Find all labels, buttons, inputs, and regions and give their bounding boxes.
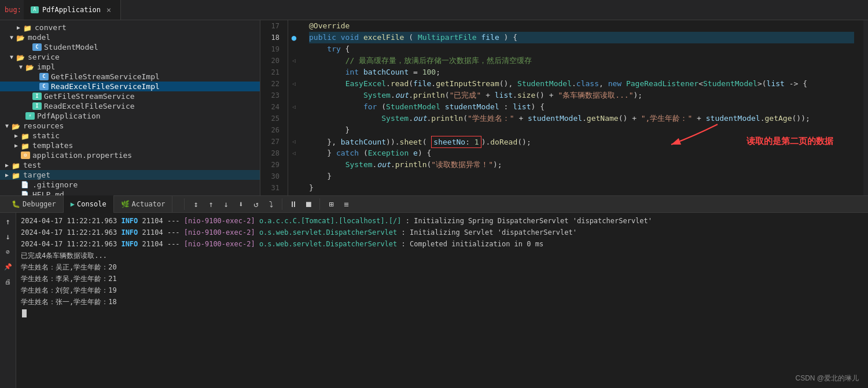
sidebar-item-helpmd[interactable]: 📄 HELP.md	[0, 190, 260, 195]
sidebar-item-getfilestreamimpl[interactable]: C GetFileStreamServiceImpl	[0, 72, 260, 82]
sidebar-item-readexcelimpl[interactable]: C ReadExcelFileServiceImpl	[0, 82, 260, 91]
editor-tab-bar: bug: A PdfApplication ×	[0, 0, 868, 20]
debug-down[interactable]: ↓	[219, 198, 232, 210]
console-panel: ↑ ↓ ⊘ 📌 🖨 2024-04-17 11:22:21.963 INFO 2…	[0, 213, 868, 388]
sidebar-label-static: static	[32, 131, 60, 140]
console-filter[interactable]: 🖨	[2, 275, 14, 288]
sidebar-item-service[interactable]: ▼ service	[0, 52, 260, 62]
line-num-29: 29	[260, 159, 283, 171]
code-line-22: EasyExcel.read(file.getInputStream(), St…	[309, 78, 854, 90]
divider-2	[282, 198, 282, 210]
bp-28: ◁	[288, 147, 300, 159]
console-content: 2024-04-17 11:22:21.963 INFO 21104 --- […	[16, 213, 868, 388]
sidebar-item-gitignore[interactable]: 📄 .gitignore	[0, 180, 260, 190]
debug-step-into[interactable]: ⬇	[234, 198, 247, 210]
arrow-model: ▼	[7, 34, 16, 40]
sidebar-item-getfilestreamservice[interactable]: I GetFileStreamService	[0, 91, 260, 101]
folder-icon-templates	[21, 142, 30, 149]
arrow-templates: ▶	[12, 142, 21, 149]
editor-tab-pdfapplication[interactable]: A PdfApplication ×	[24, 0, 121, 20]
sidebar-item-static[interactable]: ▶ static	[0, 131, 260, 141]
code-line-31: }	[309, 182, 854, 194]
code-area: 17 18 19 20 21 22 23 24 25 26 27 28 29 3…	[260, 20, 868, 195]
sidebar-label-readexcelservice: ReadExcelFileService	[44, 102, 135, 110]
code-line-18: public void excelFile ( MultipartFile fi…	[309, 32, 854, 43]
debug-pause[interactable]: ⏸	[287, 198, 300, 210]
sidebar-item-target[interactable]: ▶ target	[0, 170, 260, 180]
code-line-17: @Override	[309, 20, 854, 32]
sidebar-item-test[interactable]: ▶ test	[0, 160, 260, 170]
divider-3	[319, 198, 320, 210]
debug-up[interactable]: ↑	[204, 198, 217, 210]
console-left-toolbar: ↑ ↓ ⊘ 📌 🖨	[0, 213, 16, 388]
class-icon-studentmodel: C	[32, 43, 42, 51]
debug-step-out[interactable]: ↺	[249, 198, 262, 210]
sidebar-item-studentmodel[interactable]: C StudentModel	[0, 42, 260, 52]
line-num-18: 18	[260, 32, 283, 43]
debug-stop[interactable]: ⏹	[302, 198, 315, 210]
console-output-4: 学生姓名：张一,学生年龄：18	[21, 296, 863, 308]
sidebar-item-templates[interactable]: ▶ templates	[0, 141, 260, 150]
console-log-3: 2024-04-17 11:22:21.963 INFO 21104 --- […	[21, 238, 863, 250]
interface-icon-readexcel: I	[32, 102, 42, 110]
tab-console[interactable]: ▶ Console	[64, 195, 114, 213]
actuator-label: Actuator	[132, 200, 165, 208]
bottom-tab-bar: 🐛 Debugger ▶ Console 🌿 Actuator ↕ ↑ ↓ ⬇ …	[0, 195, 868, 213]
debug-skip[interactable]: ⤵	[264, 198, 277, 210]
bp-29	[288, 159, 300, 171]
tab-actuator[interactable]: 🌿 Actuator	[114, 195, 173, 213]
code-line-24: for (StudentModel studentModel : list) {	[309, 101, 854, 113]
arrow-impl: ▼	[16, 64, 25, 70]
bp-22: ◁	[288, 78, 300, 90]
code-line-20: // 最高缓存量，放满后存储一次数据库，然后清空缓存	[309, 55, 854, 66]
bp-30	[288, 171, 300, 182]
console-icon: ▶	[71, 200, 75, 208]
bp-19	[288, 43, 300, 55]
console-pin[interactable]: 📌	[2, 260, 14, 273]
sidebar-label-resources: resources	[23, 121, 64, 130]
tab-close-button[interactable]: ×	[104, 5, 113, 14]
code-scrollbar[interactable]	[863, 20, 868, 195]
console-scroll-up[interactable]: ↑	[2, 215, 14, 228]
console-output-2: 学生姓名：李呆,学生年龄：21	[21, 273, 863, 284]
debug-icons: ↕ ↑ ↓ ⬇ ↺ ⤵ ⏸ ⏹ ⊞ ≡	[177, 198, 357, 210]
sidebar-item-resources[interactable]: ▼ resources	[0, 121, 260, 131]
console-clear[interactable]: ⊘	[2, 245, 14, 258]
line-num-31: 31	[260, 182, 283, 194]
code-line-25: System.out.println("学生姓名：" + studentMode…	[309, 113, 854, 124]
sidebar-item-pdfapplication[interactable]: ⚡ PdfApplication	[0, 111, 260, 121]
console-cursor-line	[21, 308, 863, 319]
sidebar-label-readexcelimpl: ReadExcelFileServiceImpl	[51, 82, 160, 91]
bp-27: ◁	[288, 136, 300, 147]
tab-debugger[interactable]: 🐛 Debugger	[5, 195, 64, 213]
code-lines: @Override public void excelFile ( Multip…	[300, 20, 863, 195]
arrow-service: ▼	[7, 54, 16, 60]
sidebar-item-impl[interactable]: ▼ impl	[0, 62, 260, 72]
debugger-icon: 🐛	[12, 200, 20, 208]
sidebar-item-convert[interactable]: ▶ convert	[0, 23, 260, 32]
bp-21	[288, 66, 300, 78]
sidebar-item-appprops[interactable]: ⚙ application.properties	[0, 150, 260, 160]
line-num-26: 26	[260, 124, 283, 136]
line-num-23: 23	[260, 90, 283, 101]
main-area: ▶ convert ▼ model C StudentModel ▼ servi…	[0, 20, 868, 195]
line-num-19: 19	[260, 43, 283, 55]
bp-32	[288, 194, 300, 195]
props-icon-application: ⚙	[21, 151, 30, 159]
folder-icon-static	[21, 132, 30, 139]
line-num-20: 20	[260, 55, 283, 66]
class-icon-getfilestream: C	[39, 73, 49, 80]
sidebar-item-model[interactable]: ▼ model	[0, 32, 260, 42]
debug-settings[interactable]: ≡	[340, 198, 352, 210]
sidebar-label-model: model	[28, 33, 50, 42]
interface-icon-getfilestream: I	[32, 93, 42, 100]
console-scroll-down[interactable]: ↓	[2, 230, 14, 243]
console-output-3: 学生姓名：刘贺,学生年龄：19	[21, 284, 863, 296]
debug-step-over[interactable]: ↕	[189, 198, 202, 210]
line-num-25: 25	[260, 113, 283, 124]
debug-restore[interactable]: ⊞	[325, 198, 337, 210]
arrow-convert: ▶	[14, 24, 23, 31]
app-icon-pdfapplication: ⚡	[25, 112, 35, 120]
line-num-30: 30	[260, 171, 283, 182]
sidebar-item-readexcelservice[interactable]: I ReadExcelFileService	[0, 101, 260, 111]
